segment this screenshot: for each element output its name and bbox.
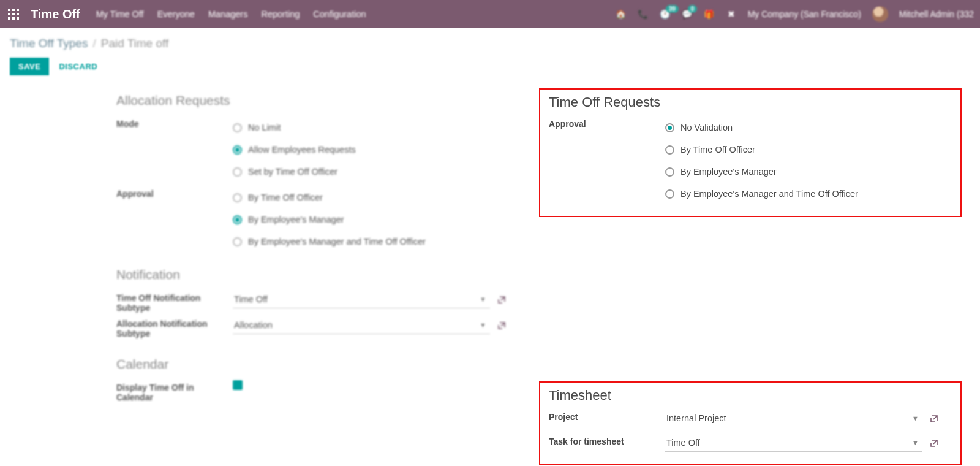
calendar-checkbox[interactable] bbox=[233, 380, 243, 390]
nav-reporting[interactable]: Reporting bbox=[261, 9, 300, 19]
home-icon[interactable]: 🏠 bbox=[616, 9, 627, 20]
gift-icon[interactable]: 🎁 bbox=[704, 9, 715, 20]
breadcrumb-parent[interactable]: Time Off Types bbox=[10, 37, 88, 50]
external-link-icon[interactable] bbox=[497, 296, 506, 304]
svg-rect-8 bbox=[17, 17, 19, 20]
avatar[interactable] bbox=[872, 6, 888, 22]
notification-title: Notification bbox=[116, 267, 521, 282]
topbar-right: 🏠 📞 🕐39 💬0 🎁 ✖ My Company (San Francisco… bbox=[616, 6, 974, 22]
mode-opt-1[interactable]: Allow Employees Requests bbox=[233, 139, 521, 161]
nav-configuration[interactable]: Configuration bbox=[313, 9, 366, 19]
calendar-title: Calendar bbox=[116, 357, 521, 372]
nav-everyone[interactable]: Everyone bbox=[157, 9, 195, 19]
company-selector[interactable]: My Company (San Francisco) bbox=[748, 9, 861, 19]
alloc-approval-0[interactable]: By Time Off Officer bbox=[233, 186, 521, 208]
control-panel: Time Off Types / Paid Time off SAVE DISC… bbox=[0, 28, 980, 82]
notif-alloc-select[interactable]: Allocation ▼ bbox=[233, 316, 490, 334]
svg-rect-0 bbox=[8, 9, 10, 11]
chevron-down-icon: ▼ bbox=[480, 296, 486, 303]
mode-field: Mode No Limit Allow Employees Requests S… bbox=[116, 116, 521, 183]
mode-label: Mode bbox=[116, 116, 233, 129]
req-approval-label: Approval bbox=[549, 116, 665, 129]
svg-rect-2 bbox=[17, 9, 19, 11]
alloc-approval-1[interactable]: By Employee's Manager bbox=[233, 208, 521, 231]
radio-icon[interactable] bbox=[233, 215, 242, 224]
nav-managers[interactable]: Managers bbox=[208, 9, 247, 19]
chevron-down-icon: ▼ bbox=[912, 439, 919, 446]
top-navbar: Time Off My Time Off Everyone Managers R… bbox=[0, 0, 980, 28]
mode-opt-0[interactable]: No Limit bbox=[233, 116, 521, 139]
external-link-icon[interactable] bbox=[930, 439, 938, 448]
notif-timeoff-label: Time Off Notification Subtype bbox=[116, 291, 233, 313]
action-row: SAVE DISCARD bbox=[10, 58, 970, 75]
calendar-display-label: Display Time Off in Calendar bbox=[116, 380, 233, 402]
form-content: Allocation Requests Mode No Limit Allow … bbox=[0, 82, 980, 465]
mode-options: No Limit Allow Employees Requests Set by… bbox=[233, 116, 521, 183]
user-menu[interactable]: Mitchell Admin (332 bbox=[899, 9, 974, 19]
radio-icon[interactable] bbox=[233, 167, 242, 177]
left-column: Allocation Requests Mode No Limit Allow … bbox=[0, 88, 539, 465]
calendar-display-row: Display Time Off in Calendar bbox=[116, 380, 521, 402]
chat-badge: 0 bbox=[688, 5, 698, 13]
alloc-approval-options: By Time Off Officer By Employee's Manage… bbox=[233, 186, 521, 253]
chat-icon[interactable]: 💬0 bbox=[682, 9, 693, 20]
mode-opt-2[interactable]: Set by Time Off Officer bbox=[233, 161, 521, 183]
timesheet-box: Timesheet Project Internal Project ▼ Tas… bbox=[539, 381, 962, 465]
breadcrumb-sep: / bbox=[92, 37, 96, 50]
notif-alloc-label: Allocation Notification Subtype bbox=[116, 316, 233, 338]
clock-badge: 39 bbox=[666, 5, 679, 13]
nav-links: My Time Off Everyone Managers Reporting … bbox=[96, 9, 366, 19]
task-row: Task for timesheet Time Off ▼ bbox=[549, 434, 952, 455]
timeoff-requests-title: Time Off Requests bbox=[549, 94, 952, 110]
project-select[interactable]: Internal Project ▼ bbox=[665, 410, 922, 427]
clock-icon[interactable]: 🕐39 bbox=[660, 9, 671, 20]
external-link-icon[interactable] bbox=[497, 321, 506, 330]
allocation-title: Allocation Requests bbox=[116, 93, 521, 108]
alloc-approval-field: Approval By Time Off Officer By Employee… bbox=[116, 186, 521, 253]
chevron-down-icon: ▼ bbox=[480, 321, 486, 329]
breadcrumb: Time Off Types / Paid Time off bbox=[10, 37, 970, 50]
notif-alloc-row: Allocation Notification Subtype Allocati… bbox=[116, 316, 521, 338]
discard-button[interactable]: DISCARD bbox=[59, 62, 97, 71]
radio-icon[interactable] bbox=[233, 237, 242, 246]
req-approval-3[interactable]: By Employee's Manager and Time Off Offic… bbox=[665, 183, 952, 205]
chevron-down-icon: ▼ bbox=[912, 414, 919, 422]
radio-icon[interactable] bbox=[233, 123, 242, 132]
task-label: Task for timesheet bbox=[549, 434, 665, 446]
alloc-approval-2[interactable]: By Employee's Manager and Time Off Offic… bbox=[233, 231, 521, 253]
svg-rect-6 bbox=[8, 17, 10, 20]
app-title[interactable]: Time Off bbox=[31, 7, 80, 21]
svg-rect-1 bbox=[12, 9, 15, 11]
radio-icon[interactable] bbox=[665, 145, 674, 155]
external-link-icon[interactable] bbox=[930, 414, 938, 423]
svg-rect-7 bbox=[12, 17, 15, 20]
svg-rect-3 bbox=[8, 13, 10, 15]
right-column: Time Off Requests Approval No Validation… bbox=[539, 88, 980, 465]
alloc-approval-label: Approval bbox=[116, 186, 233, 199]
nav-my-time-off[interactable]: My Time Off bbox=[96, 9, 144, 19]
apps-icon[interactable] bbox=[6, 7, 21, 21]
svg-rect-4 bbox=[12, 13, 15, 15]
timeoff-requests-box: Time Off Requests Approval No Validation… bbox=[539, 88, 962, 217]
task-select[interactable]: Time Off ▼ bbox=[665, 434, 922, 452]
req-approval-0[interactable]: No Validation bbox=[665, 116, 952, 139]
save-button[interactable]: SAVE bbox=[10, 58, 49, 75]
project-label: Project bbox=[549, 410, 665, 422]
radio-icon[interactable] bbox=[233, 145, 242, 155]
radio-icon[interactable] bbox=[233, 193, 242, 202]
project-row: Project Internal Project ▼ bbox=[549, 410, 952, 430]
timesheet-title: Timesheet bbox=[549, 388, 952, 403]
req-approval-1[interactable]: By Time Off Officer bbox=[665, 139, 952, 161]
close-icon[interactable]: ✖ bbox=[726, 9, 737, 20]
radio-icon[interactable] bbox=[665, 167, 674, 177]
notif-timeoff-select[interactable]: Time Off ▼ bbox=[233, 291, 490, 308]
req-approval-2[interactable]: By Employee's Manager bbox=[665, 161, 952, 183]
radio-icon[interactable] bbox=[665, 123, 674, 132]
phone-icon[interactable]: 📞 bbox=[638, 9, 649, 20]
breadcrumb-current: Paid Time off bbox=[101, 37, 169, 50]
req-approval-field: Approval No Validation By Time Off Offic… bbox=[549, 116, 952, 205]
svg-rect-5 bbox=[17, 13, 19, 15]
notif-timeoff-row: Time Off Notification Subtype Time Off ▼ bbox=[116, 291, 521, 313]
radio-icon[interactable] bbox=[665, 189, 674, 199]
